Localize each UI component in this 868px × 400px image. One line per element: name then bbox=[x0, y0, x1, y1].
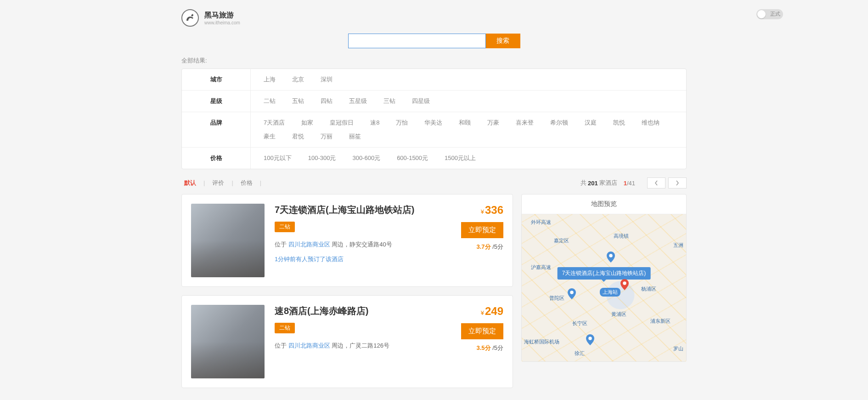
filter-item[interactable]: 五星级 bbox=[341, 94, 375, 108]
hotel-card: 速8酒店(上海赤峰路店) 二钻 位于 四川北路商业区 周边，广灵二路126号 ¥… bbox=[181, 295, 513, 388]
separator: | bbox=[203, 179, 205, 186]
chevron-left-icon bbox=[654, 180, 658, 186]
filter-label: 价格 bbox=[182, 148, 251, 169]
hotel-price: ¥336 bbox=[453, 204, 503, 217]
map-station-label: 上海站 bbox=[600, 288, 620, 297]
filter-item[interactable]: 如家 bbox=[293, 116, 321, 130]
filter-item[interactable]: 凯悦 bbox=[605, 116, 633, 130]
sort-tab[interactable]: 评价 bbox=[209, 179, 227, 186]
hotel-name[interactable]: 速8酒店(上海赤峰路店) bbox=[275, 305, 443, 317]
map-district-label: 杨浦区 bbox=[641, 286, 656, 292]
separator: | bbox=[260, 179, 261, 186]
map-district-label: 普陀区 bbox=[549, 295, 564, 302]
filter-label: 城市 bbox=[182, 69, 251, 90]
hotel-card: 7天连锁酒店(上海宝山路地铁站店) 二钻 位于 四川北路商业区 周边，静安交通路… bbox=[181, 194, 513, 287]
search-button[interactable]: 搜索 bbox=[486, 34, 520, 48]
filter-item[interactable]: 万丽 bbox=[312, 130, 341, 143]
map-district-label: 嘉定区 bbox=[554, 237, 569, 244]
book-button[interactable]: 立即预定 bbox=[461, 323, 503, 339]
filter-item[interactable]: 上海 bbox=[255, 73, 284, 86]
filter-item[interactable]: 四钻 bbox=[312, 94, 341, 108]
hotel-score: 3.7分 /5分 bbox=[453, 243, 503, 251]
filter-item[interactable]: 100元以下 bbox=[255, 151, 300, 165]
map-district-label: 沪嘉高速 bbox=[531, 264, 551, 271]
filter-item[interactable]: 二钻 bbox=[255, 94, 284, 108]
hotel-area[interactable]: 四川北路商业区 bbox=[288, 241, 330, 248]
filter-item[interactable]: 华美达 bbox=[416, 116, 451, 130]
filter-item[interactable]: 北京 bbox=[284, 73, 312, 86]
sort-tab[interactable]: 价格 bbox=[238, 179, 255, 186]
filter-label: 星级 bbox=[182, 91, 251, 112]
map-district-label: 长宁区 bbox=[572, 320, 587, 327]
toggle-knob bbox=[757, 10, 766, 18]
filter-item[interactable]: 7天酒店 bbox=[255, 116, 293, 130]
map-title: 地图预览 bbox=[522, 194, 686, 214]
filter-panel: 城市上海北京深圳星级二钻五钻四钻五星级三钻四星级品牌7天酒店如家皇冠假日速8万怡… bbox=[181, 69, 687, 169]
map-district-label: 五洲 bbox=[673, 242, 683, 249]
map-district-label: 高境镇 bbox=[614, 233, 629, 240]
map-canvas[interactable]: 7天连锁酒店(上海宝山路地铁站店) 上海站 外环高速嘉定区高境镇五洲沪嘉高速普陀… bbox=[522, 214, 686, 361]
filter-item[interactable]: 喜来登 bbox=[507, 116, 542, 130]
svg-point-0 bbox=[609, 254, 613, 257]
search-input[interactable] bbox=[348, 34, 486, 48]
filter-item[interactable]: 四星级 bbox=[404, 94, 438, 108]
hotel-tag: 二钻 bbox=[275, 323, 295, 333]
book-button[interactable]: 立即预定 bbox=[461, 222, 503, 238]
map-tooltip: 7天连锁酒店(上海宝山路地铁站店) bbox=[558, 267, 651, 280]
sort-bar: 默认|评价|价格| 共 201 家酒店 1 /41 bbox=[181, 177, 687, 189]
filter-item[interactable]: 五钻 bbox=[284, 94, 312, 108]
hotel-name[interactable]: 7天连锁酒店(上海宝山路地铁站店) bbox=[275, 204, 443, 216]
next-page-button[interactable] bbox=[668, 177, 687, 189]
brand-title: 黑马旅游 bbox=[204, 11, 240, 20]
map-district-label: 罗山 bbox=[673, 345, 683, 352]
filter-item[interactable]: 豪生 bbox=[255, 130, 284, 143]
map-district-label: 黄浦区 bbox=[611, 311, 626, 318]
map-pin-icon[interactable] bbox=[607, 251, 615, 263]
hotel-score: 3.5分 /5分 bbox=[453, 344, 503, 352]
search-bar: 搜索 bbox=[181, 34, 687, 48]
filter-item[interactable]: 速8 bbox=[362, 116, 388, 130]
filter-item[interactable]: 600-1500元 bbox=[389, 151, 436, 165]
map-district-label: 浦东新区 bbox=[650, 318, 671, 325]
brand-logo bbox=[181, 9, 199, 27]
filter-item[interactable]: 深圳 bbox=[312, 73, 341, 86]
prev-page-button[interactable] bbox=[647, 177, 665, 189]
summary-count: 201 bbox=[588, 180, 598, 187]
filter-item[interactable]: 和颐 bbox=[451, 116, 479, 130]
toggle-label: 正式 bbox=[770, 11, 780, 17]
map-pin-icon[interactable] bbox=[586, 334, 594, 346]
hotel-area[interactable]: 四川北路商业区 bbox=[288, 342, 330, 349]
hotel-location: 位于 四川北路商业区 周边，静安交通路40号 bbox=[275, 240, 443, 249]
filter-item[interactable]: 万怡 bbox=[388, 116, 416, 130]
map-pin-icon[interactable] bbox=[620, 279, 629, 291]
summary-prefix: 共 bbox=[581, 179, 586, 187]
filter-item[interactable]: 汉庭 bbox=[576, 116, 605, 130]
mode-toggle[interactable]: 正式 bbox=[756, 9, 783, 19]
hotel-tag: 二钻 bbox=[275, 222, 295, 232]
filter-item[interactable]: 100-300元 bbox=[300, 151, 344, 165]
filter-item[interactable]: 皇冠假日 bbox=[321, 116, 362, 130]
hotel-image bbox=[191, 204, 265, 277]
filter-item[interactable]: 300-600元 bbox=[344, 151, 389, 165]
filter-item[interactable]: 希尔顿 bbox=[542, 116, 576, 130]
page-current: 1 bbox=[624, 180, 627, 187]
separator: | bbox=[231, 179, 233, 186]
hotel-image bbox=[191, 305, 265, 378]
svg-point-3 bbox=[588, 337, 592, 340]
filter-item[interactable]: 君悦 bbox=[284, 130, 312, 143]
filter-item[interactable]: 维也纳 bbox=[633, 116, 668, 130]
map-card: 地图预览 7天连锁酒店(上海宝山路地铁站店) 上海站 外环高速嘉定区高境镇五洲沪… bbox=[521, 194, 687, 362]
filter-item[interactable]: 丽笙 bbox=[341, 130, 369, 143]
sort-tab[interactable]: 默认 bbox=[181, 179, 199, 186]
filter-label: 品牌 bbox=[182, 112, 251, 147]
hotel-note: 1分钟前有人预订了该酒店 bbox=[275, 255, 443, 263]
results-label: 全部结果: bbox=[181, 57, 687, 65]
filter-item[interactable]: 万豪 bbox=[479, 116, 507, 130]
svg-point-1 bbox=[623, 281, 626, 285]
filter-item[interactable]: 1500元以上 bbox=[436, 151, 484, 165]
summary-suffix: 家酒店 bbox=[599, 179, 617, 187]
map-pin-icon[interactable] bbox=[568, 288, 576, 300]
map-district-label: 徐汇 bbox=[575, 350, 585, 357]
page-total: /41 bbox=[627, 180, 635, 187]
filter-item[interactable]: 三钻 bbox=[375, 94, 404, 108]
